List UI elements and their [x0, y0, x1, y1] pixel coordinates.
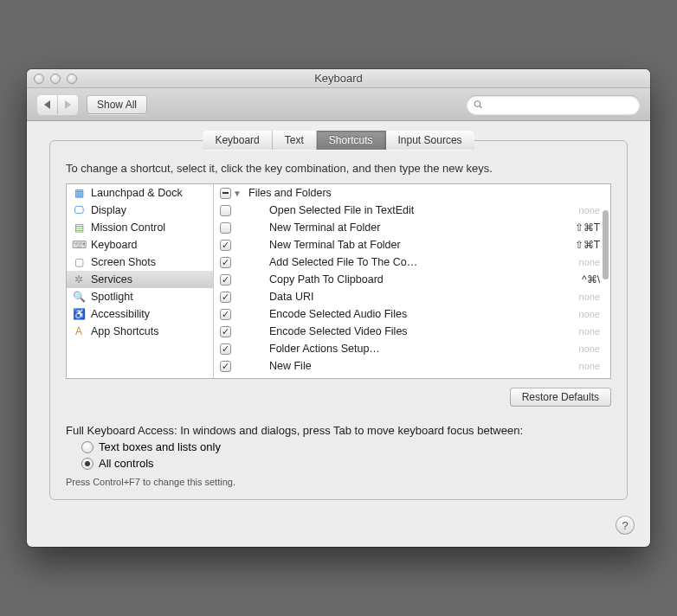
fka-radio-option[interactable]: Text boxes and lists only: [81, 440, 611, 453]
sidebar-item-app-shortcuts[interactable]: AApp Shortcuts: [67, 323, 213, 340]
close-window-button[interactable]: [34, 74, 44, 84]
traffic-lights: [34, 74, 77, 84]
row-label: Encode Selected Audio Files: [248, 308, 564, 320]
shortcut-row[interactable]: Encode Selected Audio Filesnone: [214, 305, 610, 323]
tab-bar: KeyboardTextShortcutsInput Sources: [50, 131, 627, 150]
sidebar-item-keyboard[interactable]: ⌨Keyboard: [67, 236, 213, 253]
disclosure-triangle-icon[interactable]: ▼: [233, 189, 248, 198]
sidebar-item-services[interactable]: ✲Services: [67, 271, 213, 288]
shortcut-value[interactable]: none: [564, 257, 605, 267]
spotlight-icon: 🔍: [72, 290, 86, 304]
row-checkbox[interactable]: [220, 309, 231, 320]
sidebar-item-label: App Shortcuts: [91, 325, 159, 337]
shortcut-row[interactable]: New Terminal at Folder⇧⌘T: [214, 219, 610, 236]
shortcut-row[interactable]: Data URInone: [214, 288, 610, 305]
toolbar: Show All: [27, 88, 650, 121]
help-button[interactable]: ?: [616, 516, 635, 535]
row-checkbox[interactable]: [220, 240, 231, 251]
row-checkbox[interactable]: [220, 222, 231, 234]
titlebar: Keyboard: [27, 69, 650, 88]
row-checkbox[interactable]: [220, 326, 231, 337]
nav-segment: [37, 95, 78, 114]
sidebar-item-label: Launchpad & Dock: [91, 187, 183, 199]
shortcut-value[interactable]: none: [564, 343, 605, 354]
radio-button[interactable]: [81, 441, 93, 453]
row-checkbox[interactable]: [220, 257, 231, 268]
shortcut-value[interactable]: ^⌘\: [564, 273, 605, 286]
radio-button[interactable]: [81, 458, 93, 470]
group-row-files-and-folders[interactable]: ▼Files and Folders: [214, 184, 610, 202]
sidebar-item-label: Mission Control: [91, 221, 165, 234]
services-icon: ✲: [72, 273, 86, 286]
full-keyboard-access-label: Full Keyboard Access: In windows and dia…: [66, 424, 611, 437]
sidebar-item-display[interactable]: 🖵Display: [67, 202, 213, 219]
shortcut-value[interactable]: none: [564, 326, 605, 337]
sidebar-item-mission-control[interactable]: ▤Mission Control: [67, 219, 213, 236]
shortcut-value[interactable]: none: [564, 205, 605, 215]
radio-label: Text boxes and lists only: [99, 440, 221, 453]
show-all-button[interactable]: Show All: [87, 95, 147, 114]
sidebar-item-screen-shots[interactable]: ▢Screen Shots: [67, 253, 213, 271]
row-label: Copy Path To Clipboard: [248, 273, 564, 286]
row-label: Open Selected File in TextEdit: [248, 204, 564, 216]
sidebar-item-launchpad-dock[interactable]: ▦Launchpad & Dock: [67, 184, 213, 202]
shortcut-row[interactable]: Open Selected File in TextEditnone: [214, 202, 610, 219]
search-input[interactable]: [487, 99, 633, 111]
display-icon: 🖵: [72, 203, 86, 217]
shortcut-value[interactable]: none: [564, 292, 605, 302]
minimize-window-button[interactable]: [50, 74, 61, 84]
shortcut-value[interactable]: ⇧⌘T: [564, 239, 605, 251]
shortcut-value[interactable]: none: [564, 309, 605, 319]
sidebar-item-label: Services: [91, 273, 132, 286]
row-label: Add Selected File To The Co…: [248, 256, 564, 268]
shortcut-value[interactable]: none: [564, 361, 605, 371]
row-label: Data URI: [248, 291, 564, 303]
sidebar-item-label: Spotlight: [91, 291, 133, 303]
tab-text[interactable]: Text: [273, 131, 317, 150]
category-sidebar[interactable]: ▦Launchpad & Dock🖵Display▤Mission Contro…: [67, 184, 214, 378]
search-field[interactable]: [467, 95, 640, 114]
row-checkbox[interactable]: [220, 292, 231, 303]
row-checkbox[interactable]: [220, 205, 231, 216]
tab-input-sources[interactable]: Input Sources: [386, 131, 474, 150]
accessibility-icon: ♿: [72, 307, 86, 321]
sidebar-item-label: Keyboard: [91, 239, 138, 251]
row-label: New File: [248, 360, 564, 372]
tab-keyboard[interactable]: Keyboard: [203, 131, 272, 150]
tab-group: KeyboardTextShortcutsInput Sources To ch…: [49, 140, 628, 500]
mission-control-icon: ▤: [72, 221, 86, 234]
fka-radio-option[interactable]: All controls: [81, 457, 611, 470]
instruction-text: To change a shortcut, select it, click t…: [66, 162, 611, 175]
shortcut-row[interactable]: Copy Path To Clipboard^⌘\: [214, 271, 610, 288]
radio-label: All controls: [99, 457, 154, 470]
shortcut-row[interactable]: Folder Actions Setup…none: [214, 340, 610, 357]
forward-button[interactable]: [58, 95, 78, 114]
sidebar-item-spotlight[interactable]: 🔍Spotlight: [67, 288, 213, 305]
shortcut-row[interactable]: Encode Selected Video Filesnone: [214, 323, 610, 340]
sidebar-item-label: Display: [91, 204, 126, 216]
keyboard-icon: ⌨: [72, 238, 86, 252]
shortcut-row[interactable]: Add Selected File To The Co…none: [214, 253, 610, 271]
sidebar-item-label: Screen Shots: [91, 256, 156, 268]
back-button[interactable]: [37, 95, 58, 114]
content-area: KeyboardTextShortcutsInput Sources To ch…: [27, 121, 650, 516]
chevron-left-icon: [44, 100, 50, 109]
app-shortcuts-icon: A: [72, 324, 86, 338]
row-checkbox[interactable]: [220, 343, 231, 355]
group-checkbox[interactable]: [220, 188, 231, 199]
shortcut-row[interactable]: New Filenone: [214, 357, 610, 375]
shortcut-value[interactable]: ⇧⌘T: [564, 221, 605, 234]
scrollbar-thumb[interactable]: [603, 210, 609, 279]
restore-defaults-button[interactable]: Restore Defaults: [510, 388, 611, 407]
launchpad-icon: ▦: [72, 186, 86, 200]
shortcuts-list[interactable]: ▼Files and FoldersOpen Selected File in …: [214, 184, 610, 378]
shortcut-row[interactable]: New Terminal Tab at Folder⇧⌘T: [214, 236, 610, 253]
window-title: Keyboard: [27, 72, 650, 85]
fka-hint: Press Control+F7 to change this setting.: [66, 477, 611, 487]
sidebar-item-accessibility[interactable]: ♿Accessibility: [67, 305, 213, 323]
row-checkbox[interactable]: [220, 361, 231, 372]
search-icon: [474, 99, 483, 110]
row-checkbox[interactable]: [220, 274, 231, 286]
zoom-window-button[interactable]: [67, 74, 77, 84]
tab-shortcuts[interactable]: Shortcuts: [317, 131, 386, 150]
